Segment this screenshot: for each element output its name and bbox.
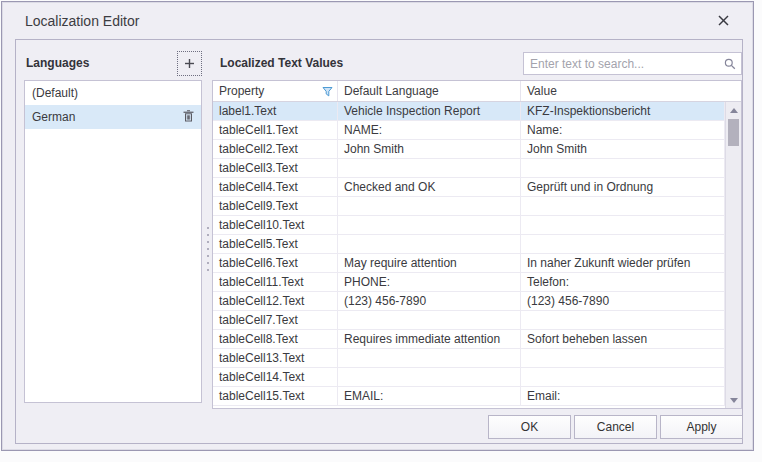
table-row[interactable]: tableCell2.TextJohn SmithJohn Smith [213,140,725,159]
cell-default-language[interactable] [338,235,521,253]
cell-property[interactable]: tableCell9.Text [213,197,338,215]
cell-default-language[interactable]: John Smith [338,140,521,158]
cell-property[interactable]: tableCell5.Text [213,235,338,253]
cell-property[interactable]: label1.Text [213,102,338,120]
cell-default-language[interactable] [338,216,521,234]
cell-value[interactable]: In naher Zukunft wieder prüfen [521,254,725,272]
cell-default-language[interactable]: Requires immediate attention [338,330,521,348]
cell-value[interactable]: Email: [521,387,725,405]
table-row[interactable]: tableCell7.Text [213,311,725,330]
table-row[interactable]: tableCell14.Text [213,368,725,387]
cell-value[interactable] [521,159,725,177]
language-item-german[interactable]: German [25,105,201,129]
table-row[interactable]: tableCell15.TextEMAIL:Email: [213,387,725,406]
arrow-down-icon [730,398,738,403]
close-icon [718,12,729,30]
language-item-default[interactable]: (Default) [25,81,201,105]
localized-values-header: Localized Text Values [220,56,343,70]
cancel-button[interactable]: Cancel [574,415,657,439]
column-header-property[interactable]: Property [213,81,338,101]
cell-value[interactable]: Sofort beheben lassen [521,330,725,348]
cell-value[interactable]: John Smith [521,140,725,158]
cell-default-language[interactable]: Checked and OK [338,178,521,196]
apply-button[interactable]: Apply [660,415,743,439]
scrollbar-thumb[interactable] [728,119,739,146]
language-label: German [32,110,75,124]
scroll-down-button[interactable] [726,392,741,408]
search-input[interactable] [524,57,719,71]
table-row[interactable]: tableCell6.TextMay require attentionIn n… [213,254,725,273]
cell-default-language[interactable]: Vehicle Inspection Report [338,102,521,120]
cell-property[interactable]: tableCell2.Text [213,140,338,158]
plus-icon [184,55,195,73]
cell-property[interactable]: tableCell12.Text [213,292,338,310]
cell-value[interactable] [521,368,725,386]
languages-list: (Default) German [24,80,202,403]
table-row[interactable]: tableCell13.Text [213,349,725,368]
cell-value[interactable] [521,216,725,234]
cell-property[interactable]: tableCell8.Text [213,330,338,348]
dialog-content-panel: Languages (Default) German [15,39,743,444]
filter-funnel-icon[interactable] [322,86,333,100]
cell-property[interactable]: tableCell3.Text [213,159,338,177]
cell-default-language[interactable] [338,311,521,329]
table-row[interactable]: tableCell10.Text [213,216,725,235]
cell-default-language[interactable]: NAME: [338,121,521,139]
cell-value[interactable] [521,197,725,215]
cell-value[interactable]: (123) 456-7890 [521,292,725,310]
cell-property[interactable]: tableCell14.Text [213,368,338,386]
vertical-scrollbar[interactable] [725,102,741,408]
column-header-default-language[interactable]: Default Language [338,81,521,101]
search-box [523,52,742,75]
cell-property[interactable]: tableCell11.Text [213,273,338,291]
column-header-value[interactable]: Value [521,81,741,101]
panel-splitter-grip[interactable] [205,227,211,271]
table-row[interactable]: tableCell3.Text [213,159,725,178]
cell-default-language[interactable]: (123) 456-7890 [338,292,521,310]
cell-property[interactable]: tableCell10.Text [213,216,338,234]
cell-default-language[interactable]: PHONE: [338,273,521,291]
localized-values-grid: Property Default Language Value label1.T… [212,80,742,409]
cell-default-language[interactable] [338,159,521,177]
cell-value[interactable] [521,311,725,329]
cell-value[interactable]: Telefon: [521,273,725,291]
cell-property[interactable]: tableCell4.Text [213,178,338,196]
search-icon magnifier-icon[interactable] [719,58,741,70]
cell-property[interactable]: tableCell15.Text [213,387,338,405]
cell-default-language[interactable] [338,368,521,386]
table-row[interactable]: tableCell1.TextNAME:Name: [213,121,725,140]
dialog-title: Localization Editor [25,13,139,29]
table-body: label1.TextVehicle Inspection ReportKFZ-… [213,102,725,408]
cell-default-language[interactable] [338,349,521,367]
cell-property[interactable]: tableCell13.Text [213,349,338,367]
scroll-up-button[interactable] [726,102,741,118]
table-row[interactable]: tableCell9.Text [213,197,725,216]
table-row[interactable]: label1.TextVehicle Inspection ReportKFZ-… [213,102,725,121]
cell-value[interactable] [521,235,725,253]
cell-property[interactable]: tableCell1.Text [213,121,338,139]
languages-header: Languages [26,56,89,70]
cell-value[interactable]: KFZ-Inspektionsbericht [521,102,725,120]
cell-default-language[interactable] [338,197,521,215]
cell-value[interactable]: Name: [521,121,725,139]
table-row[interactable]: tableCell12.Text(123) 456-7890(123) 456-… [213,292,725,311]
table-row[interactable]: tableCell4.TextChecked and OKGeprüft und… [213,178,725,197]
delete-language-icon trash-icon[interactable] [183,110,194,125]
grid-header-row: Property Default Language Value [213,81,741,102]
cell-default-language[interactable]: EMAIL: [338,387,521,405]
cell-property[interactable]: tableCell6.Text [213,254,338,272]
close-button[interactable] [713,11,733,31]
table-row[interactable]: tableCell5.Text [213,235,725,254]
cell-property[interactable]: tableCell7.Text [213,311,338,329]
language-label: (Default) [32,86,78,100]
cell-value[interactable]: Geprüft und in Ordnung [521,178,725,196]
table-row[interactable]: tableCell8.TextRequires immediate attent… [213,330,725,349]
cell-value[interactable] [521,349,725,367]
table-row[interactable]: tableCell11.TextPHONE:Telefon: [213,273,725,292]
add-language-button[interactable] [177,51,202,76]
arrow-up-icon [730,108,738,113]
ok-button[interactable]: OK [488,415,571,439]
cell-default-language[interactable]: May require attention [338,254,521,272]
localization-editor-dialog: Localization Editor Languages (Default) … [1,1,754,451]
